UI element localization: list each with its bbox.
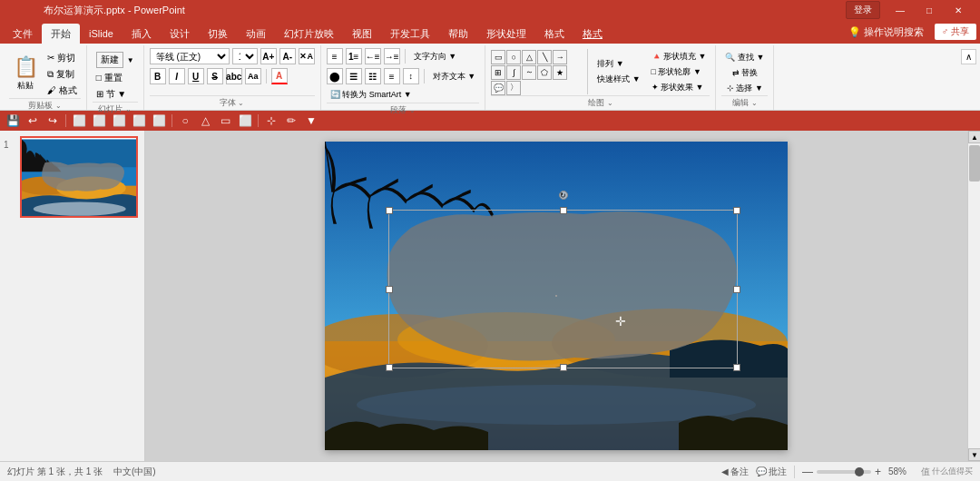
qa-btn3[interactable]: ⬜: [110, 112, 128, 130]
quick-styles-button[interactable]: 快速样式 ▼: [593, 73, 643, 86]
shape-effects-button[interactable]: ✦ 形状效果 ▼: [648, 81, 710, 94]
qa-btn11[interactable]: ✏: [282, 112, 300, 130]
shape-chevron[interactable]: 〉: [506, 81, 521, 95]
scroll-track[interactable]: [968, 143, 980, 448]
section-button[interactable]: ⊞ 节 ▼: [93, 87, 138, 102]
font-size-select[interactable]: 18: [232, 48, 258, 64]
tab-design[interactable]: 设计: [161, 24, 199, 44]
shape-freeform[interactable]: ～: [522, 65, 536, 80]
vertical-scrollbar[interactable]: ▲ ▼: [967, 131, 980, 461]
indent-increase-button[interactable]: →≡: [384, 48, 400, 64]
align-center-button[interactable]: ☰: [346, 68, 362, 84]
undo-button[interactable]: ↩: [24, 112, 42, 130]
tab-insert[interactable]: 插入: [122, 24, 161, 44]
justify-button[interactable]: ≡: [384, 68, 400, 84]
shape-triangle[interactable]: △: [522, 50, 536, 64]
scroll-up-button[interactable]: ▲: [968, 131, 980, 143]
tab-animations[interactable]: 动画: [237, 24, 275, 44]
find-button[interactable]: 🔍 查找 ▼: [721, 51, 768, 64]
save-qa-button[interactable]: 💾: [4, 112, 22, 130]
tab-transitions[interactable]: 切换: [199, 24, 237, 44]
shadow-button[interactable]: abc: [226, 68, 242, 84]
replace-button[interactable]: ⇄ 替换: [729, 66, 762, 80]
reset-button[interactable]: □ 重置: [93, 71, 138, 85]
tab-home[interactable]: 开始: [42, 24, 80, 44]
underline-button[interactable]: U: [188, 68, 204, 84]
zoom-slider[interactable]: [817, 470, 871, 474]
qa-btn7[interactable]: △: [196, 112, 214, 130]
minimize-button[interactable]: —: [886, 0, 915, 20]
align-left-button[interactable]: ⬤: [327, 68, 343, 84]
help-search[interactable]: 💡操作说明搜索: [841, 23, 931, 42]
clear-format-button[interactable]: ✕A: [299, 48, 315, 64]
qa-btn2[interactable]: ⬜: [90, 112, 108, 130]
tab-review[interactable]: 视图: [343, 24, 381, 44]
tab-help[interactable]: 帮助: [439, 24, 477, 44]
qa-btn10[interactable]: ⊹: [262, 112, 280, 130]
shape-fill-button[interactable]: 🔺 形状填充 ▼: [648, 50, 710, 64]
font-case-button[interactable]: Aa: [245, 68, 261, 84]
bold-button[interactable]: B: [150, 68, 166, 84]
strikethrough-button[interactable]: S: [207, 68, 223, 84]
tab-format2[interactable]: 格式: [573, 24, 612, 44]
qa-btn12[interactable]: ▼: [302, 112, 320, 130]
qa-btn9[interactable]: ⬜: [236, 112, 254, 130]
text-direction-button[interactable]: 文字方向 ▼: [410, 50, 460, 64]
shape-line[interactable]: ╲: [537, 50, 552, 64]
indent-decrease-button[interactable]: ←≡: [365, 48, 381, 64]
cut-button[interactable]: ✂ 剪切: [44, 51, 81, 65]
tab-shape-processing[interactable]: 形状处理: [477, 24, 535, 44]
notes-button[interactable]: ◀备注: [721, 466, 749, 478]
canvas-area[interactable]: ↻ ✛: [145, 131, 967, 461]
shape-callout[interactable]: 💬: [491, 81, 505, 95]
list-bullet-button[interactable]: ≡: [327, 48, 343, 64]
shape-arrow[interactable]: →: [553, 50, 567, 64]
scroll-down-button[interactable]: ▼: [968, 448, 980, 461]
shape-rect[interactable]: ▭: [491, 50, 505, 64]
redo-button[interactable]: ↪: [44, 112, 62, 130]
close-button[interactable]: ✕: [944, 0, 973, 20]
scroll-thumb[interactable]: [969, 145, 980, 182]
collapse-ribbon-button[interactable]: ∧: [961, 45, 976, 110]
login-button[interactable]: 登录: [846, 1, 880, 19]
qa-btn1[interactable]: ⬜: [70, 112, 88, 130]
shape-pentagon[interactable]: ⬠: [537, 65, 552, 80]
tab-file[interactable]: 文件: [4, 24, 42, 44]
align-text-button[interactable]: 对齐文本 ▼: [429, 70, 479, 83]
shape-more[interactable]: ⊞: [491, 65, 505, 80]
slide-thumbnail-1[interactable]: [20, 136, 138, 218]
shape-star[interactable]: ★: [553, 65, 567, 80]
select-button[interactable]: ⊹ 选择 ▼: [723, 82, 767, 95]
new-slide-button[interactable]: 新建 ▼: [93, 51, 138, 69]
shape-curve[interactable]: ∫: [506, 65, 521, 80]
share-button[interactable]: ♂ 共享: [935, 24, 976, 40]
shape-outline-button[interactable]: □ 形状轮廓 ▼: [648, 65, 710, 79]
shape-circle[interactable]: ○: [506, 50, 521, 64]
italic-button[interactable]: I: [169, 68, 185, 84]
zoom-out-button[interactable]: —: [802, 466, 813, 478]
font-decrease-button[interactable]: A-: [279, 48, 296, 64]
copy-button[interactable]: ⧉ 复制: [44, 67, 81, 82]
paste-button[interactable]: 📋 粘贴: [9, 52, 42, 93]
tab-slideshow[interactable]: 幻灯片放映: [275, 24, 343, 44]
maximize-button[interactable]: □: [915, 0, 944, 20]
qa-btn4[interactable]: ⬜: [130, 112, 148, 130]
format-painter-button[interactable]: 🖌 格式: [44, 83, 81, 98]
font-increase-button[interactable]: A+: [260, 48, 277, 64]
tab-format1[interactable]: 格式: [535, 24, 573, 44]
qa-btn8[interactable]: ▭: [216, 112, 234, 130]
font-name-select[interactable]: 等线 (正文): [150, 48, 230, 64]
tab-developer[interactable]: 开发工具: [381, 24, 439, 44]
list-number-button[interactable]: 1≡: [346, 48, 362, 64]
line-spacing-button[interactable]: ↕: [403, 68, 419, 84]
font-color-button[interactable]: A: [271, 68, 288, 84]
qa-btn6[interactable]: ○: [176, 112, 194, 130]
qa-btn5[interactable]: ⬜: [150, 112, 168, 130]
arrange-button[interactable]: 排列 ▼: [593, 57, 643, 71]
convert-smartart-button[interactable]: 🔄 转换为 SmartArt ▼: [327, 88, 416, 102]
comments-button[interactable]: 💬批注: [756, 466, 787, 478]
zoom-level[interactable]: 58%: [888, 466, 906, 476]
align-right-button[interactable]: ☷: [365, 68, 381, 84]
tab-islide[interactable]: iSlide: [80, 24, 122, 44]
zoom-in-button[interactable]: +: [875, 466, 881, 478]
